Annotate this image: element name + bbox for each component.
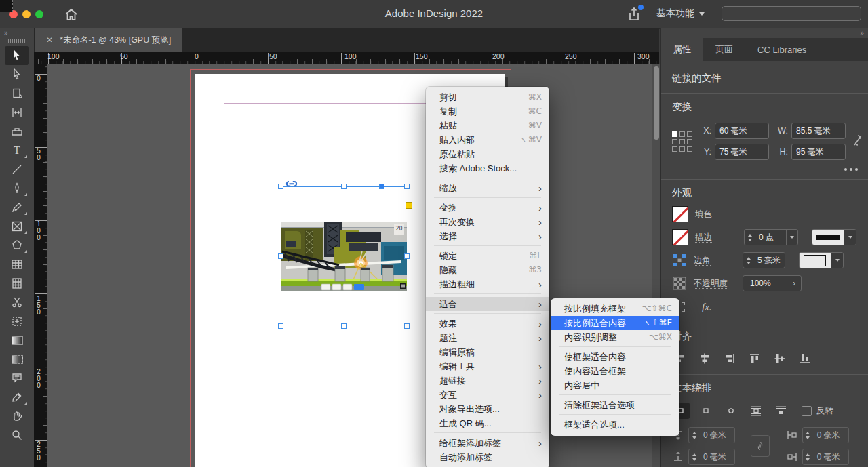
- fit-submenu-item-使框架适合内容[interactable]: 使框架适合内容: [551, 350, 679, 364]
- wrap-object-shape-button[interactable]: [722, 403, 740, 419]
- reference-point-proxy[interactable]: [672, 131, 692, 152]
- close-tab-icon[interactable]: ✕: [46, 35, 53, 45]
- eyedropper-tool[interactable]: [5, 388, 29, 407]
- corner-radius-stepper[interactable]: 5 毫米: [743, 252, 785, 268]
- x-input[interactable]: 60 毫米: [715, 123, 769, 139]
- shape-tool[interactable]: [5, 236, 29, 255]
- reference-point-1[interactable]: [679, 131, 685, 137]
- bottom-offset-stepper[interactable]: 0 毫米: [688, 449, 735, 465]
- line-tool[interactable]: [5, 160, 29, 179]
- stroke-swatch[interactable]: [672, 229, 688, 245]
- align-bottom-button[interactable]: [797, 351, 812, 366]
- opacity-control[interactable]: 100% ›: [743, 275, 802, 291]
- content-collector-tool[interactable]: [5, 122, 29, 141]
- context-menu-item-缩放[interactable]: 缩放›: [426, 181, 549, 195]
- transform-more-options[interactable]: [672, 168, 858, 171]
- gap-tool[interactable]: [5, 103, 29, 122]
- frame-tool[interactable]: [5, 217, 29, 236]
- collapse-tools-icon[interactable]: »: [4, 29, 7, 37]
- context-menu-item-生成 QR 码...[interactable]: 生成 QR 码...: [426, 416, 549, 430]
- link-offsets-icon[interactable]: [751, 435, 770, 457]
- fit-submenu-item-框架适合选项...[interactable]: 框架适合选项...: [551, 418, 679, 432]
- linked-files-header[interactable]: 链接的文件: [672, 72, 858, 85]
- type-tool[interactable]: T: [5, 141, 29, 160]
- corner-label[interactable]: 边角: [694, 255, 736, 266]
- context-menu-item-变换[interactable]: 变换›: [426, 201, 549, 215]
- constrain-proportions-icon[interactable]: [852, 134, 863, 150]
- context-menu-item-搜索 Adobe Stock...[interactable]: 搜索 Adobe Stock...: [426, 161, 549, 176]
- invert-checkbox[interactable]: [802, 406, 812, 416]
- wrap-bounding-box-button[interactable]: [697, 403, 715, 419]
- context-menu-item-对象导出选项...[interactable]: 对象导出选项...: [426, 402, 549, 416]
- direct-selection-tool[interactable]: [5, 65, 29, 84]
- context-menu-item-贴入内部[interactable]: 贴入内部⌥⌘V: [426, 133, 549, 147]
- context-menu-item-超链接[interactable]: 超链接›: [426, 373, 549, 388]
- handle-top-filled[interactable]: [379, 184, 384, 189]
- context-menu-item-给框架添加标签[interactable]: 给框架添加标签›: [426, 436, 549, 450]
- fit-submenu-item-清除框架适合选项[interactable]: 清除框架适合选项: [551, 398, 679, 412]
- note-tool[interactable]: [5, 369, 29, 388]
- context-menu-item-编辑原稿[interactable]: 编辑原稿: [426, 345, 549, 359]
- left-offset-stepper[interactable]: 0 毫米: [802, 427, 849, 443]
- context-menu-item-效果[interactable]: 效果›: [426, 317, 549, 331]
- context-menu-item-剪切[interactable]: 剪切⌘X: [426, 90, 549, 104]
- fit-submenu-item-内容识别调整[interactable]: 内容识别调整⌥⌘X: [551, 330, 679, 344]
- context-menu-item-锁定[interactable]: 锁定⌘L: [426, 249, 549, 263]
- reference-point-5[interactable]: [687, 139, 692, 144]
- handle-bottom-right[interactable]: [404, 323, 410, 329]
- free-transform-tool[interactable]: [5, 312, 29, 331]
- collapse-panel-icon[interactable]: »: [860, 29, 863, 37]
- handle-mid-left[interactable]: [278, 253, 283, 259]
- fit-submenu-item-使内容适合框架[interactable]: 使内容适合框架: [551, 364, 679, 378]
- gradient-tool[interactable]: [5, 331, 29, 350]
- h-input[interactable]: 95 毫米: [791, 144, 846, 160]
- context-menu-item-描边粗细[interactable]: 描边粗细›: [426, 277, 549, 291]
- context-menu-item-自动添加标签[interactable]: 自动添加标签: [426, 450, 549, 464]
- pen-tool[interactable]: [5, 179, 29, 198]
- page-tool[interactable]: [5, 84, 29, 103]
- stroke-label[interactable]: 描边: [695, 232, 737, 243]
- align-right-button[interactable]: [722, 351, 737, 366]
- y-input[interactable]: 75 毫米: [715, 144, 769, 160]
- corner-options-icon[interactable]: [672, 253, 687, 268]
- pencil-tool[interactable]: [5, 198, 29, 217]
- gradient-feather-tool[interactable]: [5, 350, 29, 369]
- reference-point-4[interactable]: [679, 139, 685, 144]
- document-tab[interactable]: ✕ *未命名-1 @ 43% [GPU 预览]: [35, 28, 182, 52]
- opacity-label[interactable]: 不透明度: [694, 278, 736, 289]
- context-menu-item-选择[interactable]: 选择›: [426, 229, 549, 243]
- vertical-grid-tool[interactable]: [5, 274, 29, 293]
- horizontal-grid-tool[interactable]: [5, 255, 29, 274]
- corner-style-dropdown[interactable]: [799, 252, 844, 268]
- wrap-jump-object-button[interactable]: [747, 403, 765, 419]
- tab-CC Libraries[interactable]: CC Libraries: [745, 38, 818, 61]
- align-top-button[interactable]: [747, 351, 762, 366]
- reference-point-8[interactable]: [687, 146, 692, 152]
- selection-frame[interactable]: [281, 186, 408, 327]
- hand-tool[interactable]: [5, 407, 29, 426]
- handle-mid-right[interactable]: [404, 253, 410, 259]
- top-offset-stepper[interactable]: 0 毫米: [688, 427, 735, 443]
- workspace-switcher[interactable]: 基本功能: [656, 7, 705, 20]
- tab-属性[interactable]: 属性: [661, 38, 703, 61]
- vertical-ruler[interactable]: 05 01 0 01 5 02 0 02 5 0: [34, 64, 47, 467]
- reference-point-7[interactable]: [679, 146, 685, 152]
- wrap-jump-next-column-button[interactable]: [772, 403, 790, 419]
- context-menu-item-隐藏[interactable]: 隐藏⌘3: [426, 263, 549, 277]
- align-center-vertical-button[interactable]: [772, 351, 787, 366]
- context-menu-item-原位粘贴[interactable]: 原位粘贴: [426, 147, 549, 161]
- stroke-style-dropdown[interactable]: [812, 229, 856, 245]
- context-menu-item-交互[interactable]: 交互›: [426, 388, 549, 402]
- fit-submenu-item-按比例填充框架[interactable]: 按比例填充框架⌥⇧⌘C: [551, 302, 679, 316]
- tab-页面[interactable]: 页面: [703, 38, 745, 61]
- selection-tool[interactable]: [5, 46, 29, 65]
- handle-bottom-left[interactable]: [278, 323, 283, 329]
- reference-point-6[interactable]: [672, 146, 677, 152]
- handle-top-center[interactable]: [341, 184, 347, 189]
- context-menu-item-题注[interactable]: 题注›: [426, 331, 549, 345]
- fill-swatch[interactable]: [672, 206, 688, 222]
- reference-point-3[interactable]: [672, 139, 677, 144]
- fit-submenu-item-内容居中[interactable]: 内容居中: [551, 378, 679, 392]
- w-input[interactable]: 85.5 毫米: [791, 123, 846, 139]
- fit-submenu-item-按比例适合内容[interactable]: 按比例适合内容⌥⇧⌘E: [551, 316, 679, 330]
